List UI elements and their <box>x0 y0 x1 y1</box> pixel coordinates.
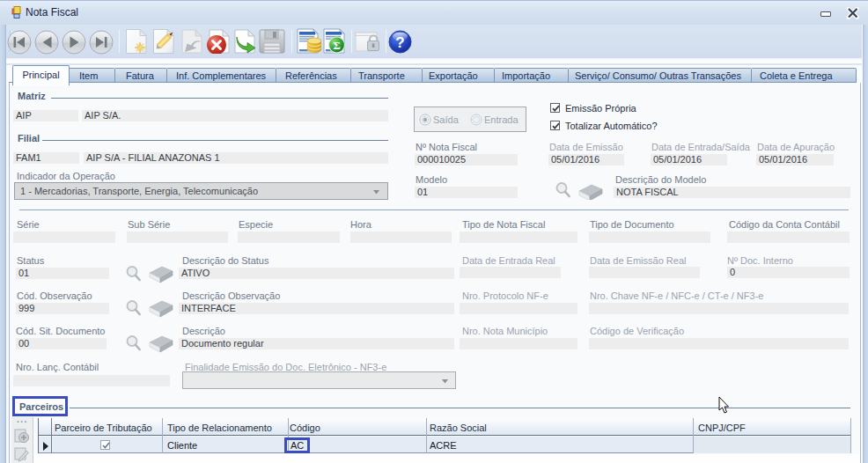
svg-text:Σ: Σ <box>333 39 341 52</box>
svg-text:?: ? <box>395 34 404 51</box>
